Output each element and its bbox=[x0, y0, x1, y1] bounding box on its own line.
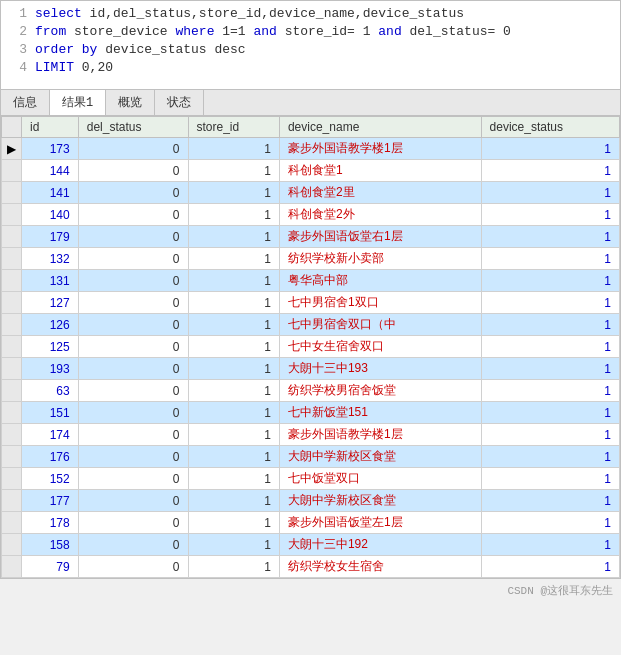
cell-del-status: 0 bbox=[78, 358, 188, 380]
cell-del-status: 0 bbox=[78, 160, 188, 182]
result-table: id del_status store_id device_name devic… bbox=[1, 116, 620, 578]
table-row[interactable]: 15801大朗十三中1921 bbox=[2, 534, 620, 556]
row-marker bbox=[2, 336, 22, 358]
cell-store-id: 1 bbox=[188, 314, 279, 336]
cell-del-status: 0 bbox=[78, 314, 188, 336]
cell-device-status: 1 bbox=[481, 336, 619, 358]
cell-id: 179 bbox=[22, 226, 79, 248]
cell-del-status: 0 bbox=[78, 446, 188, 468]
cell-device-status: 1 bbox=[481, 402, 619, 424]
row-marker bbox=[2, 534, 22, 556]
cell-id: 131 bbox=[22, 270, 79, 292]
cell-device-status: 1 bbox=[481, 380, 619, 402]
cell-device-name: 豪步外国语教学楼1层 bbox=[279, 424, 481, 446]
sql-line-4: 4 LIMIT 0,20 bbox=[1, 59, 620, 77]
cell-device-status: 1 bbox=[481, 446, 619, 468]
table-row[interactable]: 17901豪步外国语饭堂右1层1 bbox=[2, 226, 620, 248]
table-row[interactable]: 12701七中男宿舍1双口1 bbox=[2, 292, 620, 314]
cell-device-name: 七中新饭堂151 bbox=[279, 402, 481, 424]
col-del-status: del_status bbox=[78, 117, 188, 138]
cell-store-id: 1 bbox=[188, 446, 279, 468]
row-marker bbox=[2, 182, 22, 204]
cell-store-id: 1 bbox=[188, 556, 279, 578]
cell-id: 141 bbox=[22, 182, 79, 204]
cell-id: 177 bbox=[22, 490, 79, 512]
cell-del-status: 0 bbox=[78, 402, 188, 424]
sql-editor: 1 select id,del_status,store_id,device_n… bbox=[0, 0, 621, 90]
table-row[interactable]: 14401科创食堂11 bbox=[2, 160, 620, 182]
tab-info[interactable]: 信息 bbox=[1, 90, 50, 115]
col-device-status: device_status bbox=[481, 117, 619, 138]
cell-device-name: 豪步外国语教学楼1层 bbox=[279, 138, 481, 160]
row-marker bbox=[2, 248, 22, 270]
table-row[interactable]: 19301大朗十三中1931 bbox=[2, 358, 620, 380]
tab-status[interactable]: 状态 bbox=[155, 90, 204, 115]
row-marker bbox=[2, 380, 22, 402]
cell-device-name: 豪步外国语饭堂左1层 bbox=[279, 512, 481, 534]
row-marker bbox=[2, 292, 22, 314]
table-row[interactable]: 13101粤华高中部1 bbox=[2, 270, 620, 292]
sql-line-1: 1 select id,del_status,store_id,device_n… bbox=[1, 5, 620, 23]
table-row[interactable]: 7901纺织学校女生宿舍1 bbox=[2, 556, 620, 578]
sql-line-2: 2 from store_device where 1=1 and store_… bbox=[1, 23, 620, 41]
cell-device-status: 1 bbox=[481, 270, 619, 292]
cell-device-name: 七中男宿舍1双口 bbox=[279, 292, 481, 314]
table-row[interactable]: 15201七中饭堂双口1 bbox=[2, 468, 620, 490]
table-row[interactable]: 17401豪步外国语教学楼1层1 bbox=[2, 424, 620, 446]
col-marker bbox=[2, 117, 22, 138]
cell-device-name: 纺织学校新小卖部 bbox=[279, 248, 481, 270]
row-marker bbox=[2, 424, 22, 446]
cell-del-status: 0 bbox=[78, 380, 188, 402]
cell-id: 158 bbox=[22, 534, 79, 556]
cell-del-status: 0 bbox=[78, 270, 188, 292]
sql-line-3: 3 order by device_status desc bbox=[1, 41, 620, 59]
cell-device-name: 七中饭堂双口 bbox=[279, 468, 481, 490]
row-marker bbox=[2, 402, 22, 424]
cell-id: 144 bbox=[22, 160, 79, 182]
row-marker bbox=[2, 446, 22, 468]
cell-store-id: 1 bbox=[188, 490, 279, 512]
cell-device-status: 1 bbox=[481, 160, 619, 182]
cell-store-id: 1 bbox=[188, 248, 279, 270]
cell-store-id: 1 bbox=[188, 424, 279, 446]
cell-del-status: 0 bbox=[78, 556, 188, 578]
cell-store-id: 1 bbox=[188, 512, 279, 534]
col-device-name: device_name bbox=[279, 117, 481, 138]
cell-device-name: 七中男宿舍双口（中 bbox=[279, 314, 481, 336]
cell-store-id: 1 bbox=[188, 358, 279, 380]
cell-store-id: 1 bbox=[188, 138, 279, 160]
table-row[interactable]: 14001科创食堂2外1 bbox=[2, 204, 620, 226]
table-row[interactable]: 17701大朗中学新校区食堂1 bbox=[2, 490, 620, 512]
cell-device-name: 大朗中学新校区食堂 bbox=[279, 490, 481, 512]
cell-id: 173 bbox=[22, 138, 79, 160]
table-row[interactable]: 12601七中男宿舍双口（中1 bbox=[2, 314, 620, 336]
col-store-id: store_id bbox=[188, 117, 279, 138]
cell-device-status: 1 bbox=[481, 204, 619, 226]
cell-del-status: 0 bbox=[78, 138, 188, 160]
cell-del-status: 0 bbox=[78, 182, 188, 204]
cell-store-id: 1 bbox=[188, 160, 279, 182]
cell-id: 152 bbox=[22, 468, 79, 490]
table-row[interactable]: 6301纺织学校男宿舍饭堂1 bbox=[2, 380, 620, 402]
cell-device-status: 1 bbox=[481, 248, 619, 270]
cell-device-name: 豪步外国语饭堂右1层 bbox=[279, 226, 481, 248]
cell-device-name: 科创食堂2外 bbox=[279, 204, 481, 226]
table-row[interactable]: 15101七中新饭堂1511 bbox=[2, 402, 620, 424]
table-row[interactable]: 17601大朗中学新校区食堂1 bbox=[2, 446, 620, 468]
cell-store-id: 1 bbox=[188, 336, 279, 358]
tab-result1[interactable]: 结果1 bbox=[50, 90, 106, 115]
cell-del-status: 0 bbox=[78, 336, 188, 358]
table-row[interactable]: 13201纺织学校新小卖部1 bbox=[2, 248, 620, 270]
table-row[interactable]: 14101科创食堂2里1 bbox=[2, 182, 620, 204]
cell-del-status: 0 bbox=[78, 204, 188, 226]
cell-device-status: 1 bbox=[481, 292, 619, 314]
cell-device-status: 1 bbox=[481, 358, 619, 380]
tab-overview[interactable]: 概览 bbox=[106, 90, 155, 115]
cell-device-name: 大朗十三中192 bbox=[279, 534, 481, 556]
cell-device-name: 七中女生宿舍双口 bbox=[279, 336, 481, 358]
table-row[interactable]: 17801豪步外国语饭堂左1层1 bbox=[2, 512, 620, 534]
cell-del-status: 0 bbox=[78, 292, 188, 314]
table-row[interactable]: 12501七中女生宿舍双口1 bbox=[2, 336, 620, 358]
cell-device-status: 1 bbox=[481, 512, 619, 534]
table-row[interactable]: ▶17301豪步外国语教学楼1层1 bbox=[2, 138, 620, 160]
